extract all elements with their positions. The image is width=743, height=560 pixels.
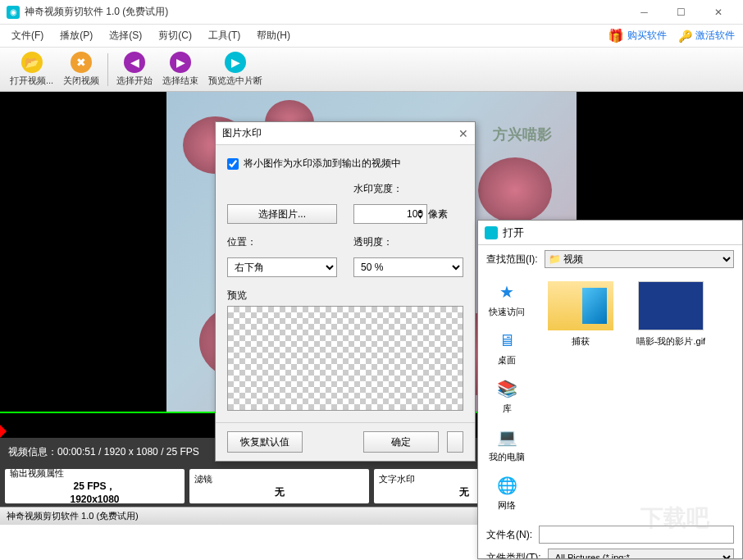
opacity-label: 透明度： bbox=[353, 235, 463, 249]
file-item-gif[interactable]: 喵影-我的影片.gif bbox=[634, 281, 708, 348]
restore-defaults-button[interactable]: 恢复默认值 bbox=[227, 431, 303, 453]
dialog-close-button[interactable]: ✕ bbox=[458, 127, 468, 140]
extra-button[interactable] bbox=[447, 431, 463, 453]
width-spinner[interactable]: ▲▼ bbox=[417, 208, 423, 220]
filter-card[interactable]: 滤镜 无 bbox=[189, 469, 369, 503]
buy-label: 购买软件 bbox=[627, 29, 667, 43]
library-icon: 📚 bbox=[495, 378, 519, 399]
preview-label: 预览 bbox=[227, 289, 463, 303]
image-watermark-dialog: 图片水印 ✕ 将小图作为水印添加到输出的视频中 水印宽度： 选择图片... ▲▼… bbox=[215, 121, 476, 462]
enable-watermark-checkbox[interactable] bbox=[227, 158, 239, 170]
titlebar: ◉ 神奇视频剪切软件 1.0 (免费试用) ─ ☐ ✕ bbox=[0, 0, 743, 25]
selend-label: 选择结束 bbox=[162, 75, 198, 87]
lookin-select[interactable]: 📁 视频 bbox=[545, 250, 734, 268]
window-title: 神奇视频剪切软件 1.0 (免费试用) bbox=[25, 5, 626, 19]
folder-thumbnail bbox=[548, 281, 613, 330]
select-start-icon: ◀ bbox=[124, 52, 145, 73]
key-icon: 🔑 bbox=[678, 30, 692, 43]
width-label: 水印宽度： bbox=[353, 182, 463, 196]
network-icon: 🌐 bbox=[495, 475, 519, 496]
file-dialog-titlebar[interactable]: 打开 bbox=[478, 221, 742, 245]
folder-open-icon: 📂 bbox=[21, 52, 43, 73]
dialog-titlebar[interactable]: 图片水印 ✕ bbox=[216, 122, 475, 145]
sidebar-desktop[interactable]: 🖥 桌面 bbox=[495, 330, 519, 367]
window-controls: ─ ☐ ✕ bbox=[626, 0, 736, 25]
gif-thumbnail bbox=[638, 281, 704, 330]
filename-label: 文件名(N): bbox=[486, 528, 532, 542]
sidebar-library[interactable]: 📚 库 bbox=[495, 378, 519, 415]
star-icon: ★ bbox=[495, 281, 519, 303]
toolbar-separator bbox=[107, 53, 108, 86]
open-label: 打开视频... bbox=[10, 75, 53, 87]
file-item-folder[interactable]: 捕获 bbox=[544, 281, 618, 348]
close-icon: ✖ bbox=[71, 52, 92, 73]
position-select[interactable]: 右下角 bbox=[227, 257, 337, 277]
preview-selection-button[interactable]: ▶ 预览选中片断 bbox=[203, 49, 267, 89]
watermark-preview bbox=[227, 306, 463, 411]
app-icon: ◉ bbox=[7, 6, 20, 19]
output-props-card[interactable]: 输出视频属性 25 FPS，1920x1080 bbox=[5, 469, 185, 503]
width-unit: 像素 bbox=[428, 207, 448, 221]
lookin-label: 查找范围(I): bbox=[486, 253, 538, 266]
preview-icon: ▶ bbox=[225, 52, 246, 73]
menu-file[interactable]: 文件(F) bbox=[3, 25, 52, 46]
preview-label: 预览选中片断 bbox=[208, 75, 262, 87]
desktop-icon: 🖥 bbox=[495, 330, 519, 351]
enable-watermark-checkbox-row[interactable]: 将小图作为水印添加到输出的视频中 bbox=[227, 157, 463, 171]
activate-label: 激活软件 bbox=[695, 29, 735, 43]
menu-help[interactable]: 帮助(H) bbox=[248, 25, 299, 46]
video-watermark-overlay: 方兴喵影 bbox=[493, 125, 552, 144]
menu-select[interactable]: 选择(S) bbox=[101, 25, 150, 46]
maximize-button[interactable]: ☐ bbox=[663, 0, 700, 25]
activate-link[interactable]: 🔑 激活软件 bbox=[673, 27, 740, 44]
toolbar: 📂 打开视频... ✖ 关闭视频 ◀ 选择开始 ▶ 选择结束 ▶ 预览选中片断 bbox=[0, 48, 743, 92]
select-start-button[interactable]: ◀ 选择开始 bbox=[112, 49, 157, 89]
file-dialog-title: 打开 bbox=[503, 225, 524, 240]
file-open-dialog: 打开 查找范围(I): 📁 视频 ★ 快速访问 🖥 桌面 📚 库 💻 我的电脑 bbox=[477, 220, 743, 559]
file-list[interactable]: 捕获 喵影-我的影片.gif bbox=[536, 273, 742, 519]
filetype-label: 文件类型(T): bbox=[486, 551, 541, 560]
opacity-select[interactable]: 50 % bbox=[353, 257, 463, 277]
dialog-title-text: 图片水印 bbox=[222, 126, 262, 140]
computer-icon: 💻 bbox=[495, 426, 519, 448]
sidebar-network[interactable]: 🌐 网络 bbox=[495, 475, 519, 512]
ok-button[interactable]: 确定 bbox=[363, 431, 439, 453]
checkbox-label: 将小图作为水印添加到输出的视频中 bbox=[244, 157, 401, 171]
menu-play[interactable]: 播放(P) bbox=[52, 25, 101, 46]
filetype-select[interactable]: All Pictures (*.jpg;* bbox=[548, 549, 734, 559]
select-end-button[interactable]: ▶ 选择结束 bbox=[157, 49, 203, 89]
file-dialog-sidebar: ★ 快速访问 🖥 桌面 📚 库 💻 我的电脑 🌐 网络 bbox=[478, 273, 536, 519]
width-input[interactable] bbox=[353, 204, 427, 224]
minimize-button[interactable]: ─ bbox=[626, 0, 663, 25]
close-label: 关闭视频 bbox=[63, 75, 99, 87]
close-button[interactable]: ✕ bbox=[700, 0, 736, 25]
selstart-label: 选择开始 bbox=[116, 75, 153, 87]
select-end-icon: ▶ bbox=[170, 52, 191, 73]
position-label: 位置： bbox=[227, 235, 337, 249]
select-image-button[interactable]: 选择图片... bbox=[227, 204, 337, 224]
file-dialog-icon bbox=[485, 226, 498, 239]
sidebar-computer[interactable]: 💻 我的电脑 bbox=[489, 426, 525, 463]
menu-tools[interactable]: 工具(T) bbox=[200, 25, 248, 46]
close-video-button[interactable]: ✖ 关闭视频 bbox=[58, 49, 104, 89]
open-video-button[interactable]: 📂 打开视频... bbox=[5, 49, 58, 89]
sidebar-quick-access[interactable]: ★ 快速访问 bbox=[489, 281, 525, 318]
filename-input[interactable] bbox=[539, 526, 734, 544]
menubar: 文件(F) 播放(P) 选择(S) 剪切(C) 工具(T) 帮助(H) 🎁 购买… bbox=[0, 25, 743, 48]
menu-cut[interactable]: 剪切(C) bbox=[150, 25, 200, 46]
gift-icon: 🎁 bbox=[608, 28, 624, 43]
buy-link[interactable]: 🎁 购买软件 bbox=[603, 26, 672, 45]
